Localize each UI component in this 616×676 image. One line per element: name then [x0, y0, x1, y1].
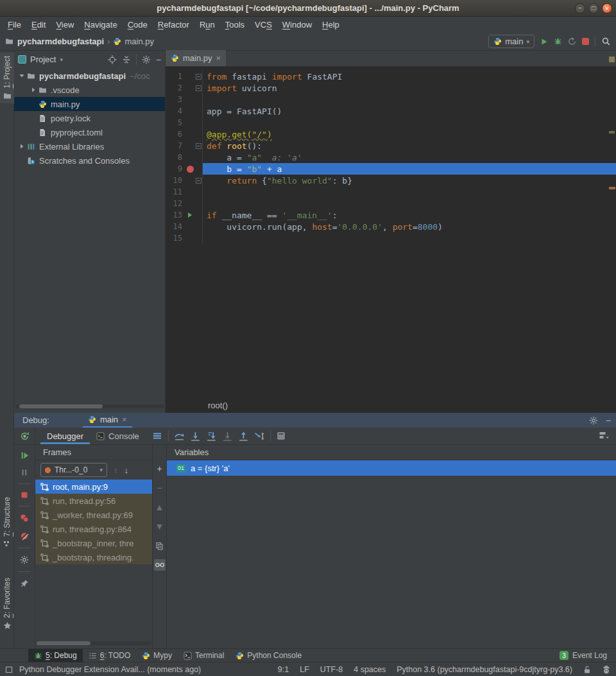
stop-button[interactable]	[21, 491, 28, 499]
toolwindow-button-structure[interactable]: 7: Structure	[0, 494, 14, 551]
gear-icon[interactable]	[589, 416, 598, 425]
code-text[interactable]	[203, 94, 616, 105]
highlighting-level-icon[interactable]	[602, 665, 611, 674]
inspection-indicator[interactable]	[609, 56, 615, 62]
menu-item-vcs[interactable]: VCS	[250, 20, 277, 30]
layout-settings-button[interactable]	[599, 431, 610, 440]
code-line-9[interactable]: 9 b = "b" + a	[166, 163, 616, 175]
line-number[interactable]: 11	[166, 187, 185, 196]
minimize-button[interactable]: −	[575, 3, 585, 13]
tree-item-main-py[interactable]: main.py	[14, 97, 165, 111]
debug-settings-button[interactable]	[20, 555, 29, 564]
caret-position[interactable]: 9:1	[278, 665, 289, 674]
menu-item-view[interactable]: View	[51, 20, 79, 30]
rerun-button[interactable]	[20, 431, 30, 441]
stop-button[interactable]	[582, 38, 589, 45]
code-line-15[interactable]: 15	[166, 232, 616, 244]
line-number[interactable]: 5	[166, 118, 185, 127]
code-text[interactable]	[203, 198, 616, 209]
fold-marker-icon[interactable]: −	[195, 140, 203, 152]
lock-icon[interactable]	[583, 665, 591, 674]
pin-tab-button[interactable]	[21, 579, 29, 587]
line-number[interactable]: 13	[166, 211, 185, 220]
indent-style[interactable]: 4 spaces	[354, 665, 386, 674]
frame-row[interactable]: _worker, thread.py:69	[35, 508, 152, 522]
scrollbar-thumb[interactable]	[37, 641, 90, 645]
code-line-8[interactable]: 8 a = "a" a: 'a'	[166, 152, 616, 163]
line-number[interactable]: 6	[166, 130, 185, 139]
tree-item-scratches-and-consoles[interactable]: Scratches and Consoles	[14, 153, 165, 168]
add-watch-button[interactable]: +	[154, 463, 166, 474]
run-line-icon[interactable]	[185, 212, 195, 218]
line-separator[interactable]: LF	[300, 665, 309, 674]
fold-box[interactable]: −	[196, 178, 201, 184]
code-line-12[interactable]: 12	[166, 198, 616, 209]
smart-step-into-button[interactable]	[222, 431, 233, 441]
frame-row[interactable]: root, main.py:9	[35, 480, 152, 494]
tab-console[interactable]: Console	[90, 428, 146, 444]
menu-item-tools[interactable]: Tools	[220, 20, 250, 30]
tree-item--vscode[interactable]: .vscode	[14, 83, 165, 97]
toggle-toolwindows-button[interactable]	[5, 666, 13, 673]
status-message[interactable]: Python Debugger Extension Avail... (mome…	[19, 665, 201, 674]
frame-row[interactable]: run, thread.py:56	[35, 494, 152, 508]
run-button[interactable]	[540, 38, 548, 46]
menu-item-code[interactable]: Code	[123, 20, 153, 30]
breadcrumb-function[interactable]: root()	[208, 401, 228, 410]
layout-list-icon[interactable]	[153, 432, 162, 440]
code-text[interactable]: a = "a" a: 'a'	[203, 152, 616, 163]
interpreter[interactable]: Python 3.6 (pycharmdebugfastapi-9cdjtyrg…	[397, 665, 572, 674]
code-line-2[interactable]: 2−import uvicorn	[166, 82, 616, 94]
duplicate-watch-button[interactable]	[154, 540, 166, 551]
file-encoding[interactable]: UTF-8	[320, 665, 343, 674]
step-over-button[interactable]	[174, 431, 185, 441]
frames-horizontal-scrollbar[interactable]	[37, 641, 151, 646]
coverage-button[interactable]	[568, 37, 576, 46]
breakpoint-stripe-mark[interactable]	[609, 187, 615, 189]
code-editor[interactable]: 1−from fastapi import FastAPI2−import uv…	[166, 67, 616, 397]
code-text[interactable]: return {"hello world": b}	[203, 175, 616, 186]
code-text[interactable]: if __name__ == '__main__':	[203, 209, 616, 221]
menu-item-edit[interactable]: Edit	[26, 20, 51, 30]
debug-session-tab[interactable]: main ×	[83, 413, 132, 428]
close-icon[interactable]: ×	[122, 415, 127, 424]
menu-item-help[interactable]: Help	[317, 20, 345, 30]
menu-item-navigate[interactable]: Navigate	[79, 20, 122, 30]
collapse-all-button[interactable]	[122, 55, 131, 64]
resume-button[interactable]	[21, 451, 29, 460]
fold-box[interactable]: −	[196, 74, 201, 80]
line-number[interactable]: 8	[166, 153, 185, 162]
tree-item-pycharmdebugfastapi[interactable]: pycharmdebugfastapi~/coc	[14, 69, 165, 83]
previous-frame-button[interactable]: ↑	[114, 465, 118, 475]
gear-icon[interactable]	[142, 55, 151, 64]
toolwindow-button-project[interactable]: 1: Project	[0, 53, 14, 103]
code-line-7[interactable]: 7−def root():	[166, 140, 616, 152]
tree-item-poetry-lock[interactable]: poetry.lock	[14, 111, 165, 125]
fold-box[interactable]: −	[196, 85, 201, 91]
code-text[interactable]: @app.get("/")	[203, 128, 616, 140]
toolwindow-button-python-console[interactable]: Python Console	[230, 649, 307, 663]
hide-panel-button[interactable]: −	[606, 415, 611, 426]
menu-item-window[interactable]: Window	[277, 20, 317, 30]
editor-tab-mainpy[interactable]: main.py ×	[166, 50, 226, 66]
code-text[interactable]: app = FastAPI()	[203, 105, 616, 117]
line-number[interactable]: 1	[166, 72, 185, 81]
next-frame-button[interactable]: ↓	[124, 465, 129, 475]
close-icon[interactable]: ×	[216, 53, 221, 63]
toolwindow-button-favorites[interactable]: 2: Favorites	[0, 575, 14, 633]
hide-panel-button[interactable]: −	[156, 55, 161, 65]
line-number[interactable]: 9	[166, 164, 185, 173]
frame-row[interactable]: _bootstrap, threading.	[35, 550, 152, 564]
move-up-button[interactable]: ▲	[154, 501, 166, 513]
show-watches-button[interactable]	[154, 559, 166, 571]
line-number[interactable]: 10	[166, 176, 185, 185]
frame-row[interactable]: run, threading.py:864	[35, 522, 152, 536]
code-text[interactable]	[203, 117, 616, 128]
run-configuration-select[interactable]: main ▾	[488, 35, 535, 48]
debug-button[interactable]	[554, 37, 562, 46]
code-line-3[interactable]: 3	[166, 94, 616, 105]
tree-item-external-libraries[interactable]: External Libraries	[14, 139, 165, 153]
code-line-4[interactable]: 4app = FastAPI()	[166, 105, 616, 117]
code-line-6[interactable]: 6@app.get("/")	[166, 128, 616, 140]
thread-dropdown[interactable]: Thr...-0_0 ▾	[40, 463, 107, 477]
